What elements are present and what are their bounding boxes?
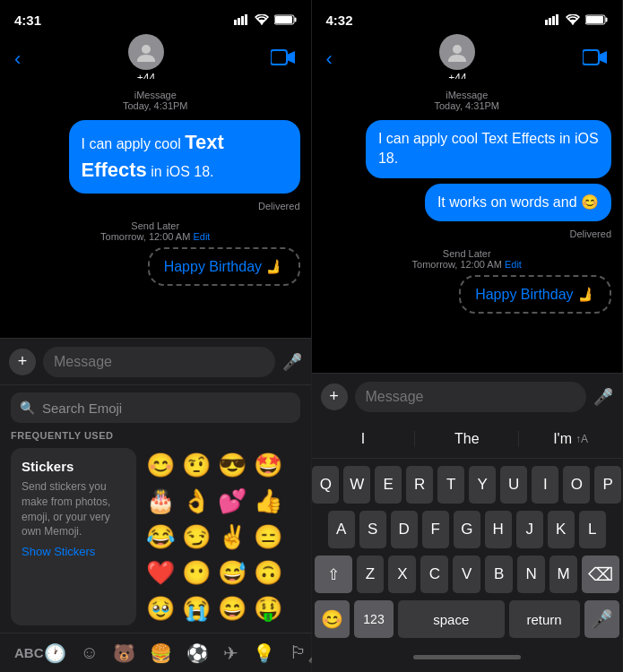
battery-icon-right (585, 14, 608, 25)
emoji-bottom-bar: ABC 🕐 ☺ 🐻 🍔 ⚽ ✈ 💡 🏳 🎤 (0, 633, 311, 672)
add-button-right[interactable]: + (321, 383, 348, 410)
key-d[interactable]: D (391, 511, 418, 548)
emoji-row-1: 😊 🤨 😎 🤩 (143, 448, 300, 482)
key-l[interactable]: L (579, 511, 606, 548)
mic-icon-left[interactable]: 🎤 (282, 352, 302, 372)
emoji-cell[interactable]: 😎 (215, 448, 249, 482)
object-category[interactable]: 💡 (253, 642, 275, 664)
key-n[interactable]: N (517, 556, 545, 593)
svg-rect-7 (275, 16, 292, 23)
emoji-cell[interactable]: 😄 (215, 591, 249, 625)
key-t[interactable]: T (437, 466, 464, 504)
key-m[interactable]: M (549, 556, 577, 593)
emoji-cell[interactable]: 🥹 (143, 591, 177, 625)
key-g[interactable]: G (454, 511, 480, 548)
emoji-cell[interactable]: 😶 (179, 556, 213, 590)
stickers-card: Stickers Send stickers you make from pho… (11, 448, 136, 625)
signal-icon-right (545, 14, 560, 25)
delete-key[interactable]: ⌫ (582, 556, 619, 593)
key-y[interactable]: Y (469, 466, 496, 504)
emoji-cell[interactable]: 🤨 (179, 448, 213, 482)
stickers-title: Stickers (22, 459, 125, 474)
suggestion-im[interactable]: I'm ↑A (519, 431, 622, 447)
emoji-search-bar[interactable]: 🔍 Search Emoji (11, 392, 300, 423)
emoji-cell[interactable]: 😭 (179, 591, 213, 625)
keys-area: Q W E R T Y U I O P A S D F G H J K (312, 459, 623, 642)
edit-link-left[interactable]: Edit (193, 231, 210, 242)
food-category[interactable]: 🍔 (150, 642, 172, 664)
key-z[interactable]: Z (357, 556, 385, 593)
key-i[interactable]: I (532, 466, 558, 504)
emoji-cell[interactable]: ✌ (215, 520, 249, 554)
facetime-button-left[interactable] (271, 48, 296, 70)
emoji-key[interactable]: 😊 (315, 600, 350, 638)
time-category[interactable]: 🕐 (44, 642, 66, 664)
key-p[interactable]: P (594, 466, 621, 504)
key-h[interactable]: H (485, 511, 512, 548)
key-row-3: ⇧ Z X C V B N M ⌫ (315, 556, 620, 593)
back-button-right[interactable]: ‹ (326, 47, 333, 71)
key-o[interactable]: O (563, 466, 590, 504)
edit-link-right[interactable]: Edit (505, 259, 522, 270)
travel-category[interactable]: ✈ (223, 642, 238, 664)
show-stickers-link[interactable]: Show Stickers (22, 545, 125, 558)
num-key[interactable]: 123 (354, 600, 394, 638)
send-later-left: Send LaterTomorrow, 12:00 AM Edit (11, 220, 300, 242)
animal-category[interactable]: 🐻 (113, 642, 135, 664)
emoji-cell[interactable]: 👌 (179, 484, 213, 518)
contact-info-right[interactable]: +44 (439, 34, 475, 84)
input-bar-left: + 🎤 (0, 338, 311, 384)
key-e[interactable]: E (375, 466, 402, 504)
shift-key[interactable]: ⇧ (315, 556, 352, 593)
emoji-row-5: 🥹 😭 😄 🤑 (143, 591, 300, 625)
svg-rect-16 (606, 18, 608, 22)
emoji-cell[interactable]: 🤑 (251, 591, 285, 625)
key-w[interactable]: W (343, 466, 370, 504)
key-f[interactable]: F (422, 511, 449, 548)
emoji-cell[interactable]: ❤️ (143, 556, 177, 590)
emoji-grid: 😊 🤨 😎 🤩 🎂 👌 💕 👍 😂 😏 ✌ 😑 (143, 448, 300, 625)
key-k[interactable]: K (548, 511, 575, 548)
key-u[interactable]: U (500, 466, 527, 504)
abc-label[interactable]: ABC (14, 645, 44, 660)
key-b[interactable]: B (485, 556, 513, 593)
facetime-button-right[interactable] (583, 48, 608, 70)
face-category[interactable]: ☺ (81, 642, 99, 664)
emoji-cell[interactable]: 😅 (215, 556, 249, 590)
svg-rect-17 (586, 16, 603, 23)
key-r[interactable]: R (406, 466, 433, 504)
flag-category[interactable]: 🏳 (290, 642, 307, 664)
message-input-left[interactable] (43, 347, 275, 377)
suggestion-the[interactable]: The (415, 431, 519, 447)
emoji-cell[interactable]: 🎂 (143, 484, 177, 518)
space-key[interactable]: space (398, 600, 505, 638)
return-key[interactable]: return (509, 600, 580, 638)
emoji-cell[interactable]: 😂 (143, 520, 177, 554)
activity-category[interactable]: ⚽ (186, 642, 209, 664)
key-x[interactable]: X (388, 556, 416, 593)
emoji-cell[interactable]: 🙃 (251, 556, 285, 590)
mic-key[interactable]: 🎤 (584, 600, 620, 638)
mic-icon-right[interactable]: 🎤 (593, 387, 613, 407)
emoji-cell[interactable]: 😊 (143, 448, 177, 482)
contact-info-left[interactable]: +44 (128, 34, 164, 84)
back-button-left[interactable]: ‹ (14, 47, 21, 71)
key-c[interactable]: C (420, 556, 448, 593)
svg-point-18 (453, 45, 462, 54)
key-q[interactable]: Q (312, 466, 339, 504)
emoji-cell[interactable]: 😑 (251, 520, 285, 554)
key-a[interactable]: A (328, 511, 355, 548)
key-v[interactable]: V (453, 556, 480, 593)
emoji-cell[interactable]: 💕 (215, 484, 249, 518)
key-j[interactable]: J (516, 511, 543, 548)
svg-rect-6 (294, 18, 296, 22)
emoji-cell[interactable]: 👍 (251, 484, 285, 518)
emoji-cell[interactable]: 🤩 (251, 448, 285, 482)
key-s[interactable]: S (359, 511, 386, 548)
add-button-left[interactable]: + (9, 349, 36, 375)
emoji-cell[interactable]: 😏 (179, 520, 213, 554)
time-right: 4:32 (326, 13, 353, 28)
suggestion-i[interactable]: I (312, 431, 416, 447)
message-input-right[interactable] (355, 382, 587, 412)
svg-point-4 (260, 22, 262, 24)
